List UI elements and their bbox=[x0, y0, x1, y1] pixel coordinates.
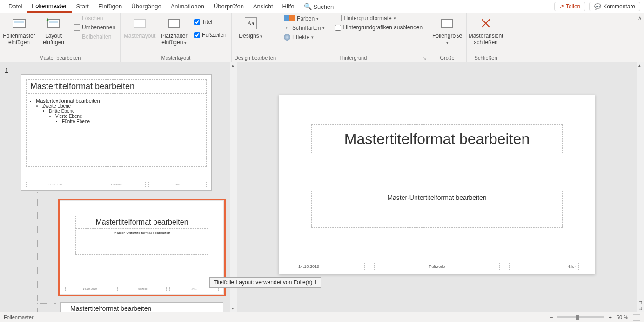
group-design: Aa Designs Design bearbeiten bbox=[232, 13, 279, 62]
layout-thumbnail-2[interactable]: Mastertitelformat bearbeiten bbox=[60, 302, 223, 312]
insert-placeholder-button[interactable]: Platzhalter einfügen bbox=[158, 14, 190, 48]
group-label-hintergrund: Hintergrund bbox=[282, 54, 425, 62]
designs-button[interactable]: Aa Designs bbox=[235, 14, 267, 41]
connector-line-h bbox=[37, 303, 56, 304]
tab-start[interactable]: Start bbox=[72, 1, 94, 12]
group-masterlayout: Masterlayout Platzhalter einfügen Titel … bbox=[121, 13, 232, 62]
masterlayout-label: Masterlayout bbox=[124, 33, 156, 39]
editor-scrollbar[interactable]: ⇈ ⇊ bbox=[637, 62, 644, 312]
hide-bg-graphics-input[interactable] bbox=[335, 25, 341, 31]
tab-datei[interactable]: Datei bbox=[4, 1, 27, 12]
background-styles-button[interactable]: Hintergrundformate bbox=[333, 14, 424, 22]
tab-uebergaenge[interactable]: Übergänge bbox=[127, 1, 166, 12]
title-checkbox-input[interactable] bbox=[194, 19, 200, 25]
slide-number-placeholder[interactable]: ‹Nr.› bbox=[509, 263, 579, 270]
prev-slide-icon[interactable]: ⇈ bbox=[639, 301, 643, 305]
level5: Fünfte Ebene bbox=[62, 119, 202, 124]
delete-label: Löschen bbox=[82, 15, 103, 21]
designs-icon: Aa bbox=[243, 16, 258, 31]
insert-slide-master-label: Folienmaster einfügen bbox=[3, 33, 35, 46]
tab-folienmaster[interactable]: Folienmaster bbox=[27, 0, 71, 13]
fit-to-window-button[interactable] bbox=[633, 314, 640, 321]
group-groesse: Foliengröße Größe bbox=[428, 13, 467, 62]
zoom-slider[interactable] bbox=[557, 316, 604, 318]
layout-thumbnail-1[interactable]: Mastertitelformat bearbeiten Master-Unte… bbox=[60, 201, 223, 294]
tab-einfuegen[interactable]: Einfügen bbox=[94, 1, 127, 12]
slide-size-button[interactable]: Foliengröße bbox=[431, 14, 463, 48]
comment-icon: 💬 bbox=[594, 3, 601, 10]
close-master-view-button[interactable]: Masteransicht schließen bbox=[470, 14, 502, 48]
preserve-button: Beibehalten bbox=[72, 33, 117, 41]
slide-footer-placeholder[interactable]: Fußzeile bbox=[374, 263, 500, 270]
slide-master-icon bbox=[12, 16, 27, 31]
zoom-out-button[interactable]: − bbox=[550, 315, 553, 320]
tab-bar: Datei Folienmaster Start Einfügen Übergä… bbox=[0, 0, 644, 13]
workspace: 1 Mastertitelformat bearbeiten Mastertex… bbox=[0, 62, 644, 312]
share-button[interactable]: ↗Teilen bbox=[554, 2, 585, 11]
group-master-bearbeiten: Folienmaster einfügen Layout einfügen Lö… bbox=[0, 13, 121, 62]
insert-layout-button[interactable]: Layout einfügen bbox=[37, 14, 70, 48]
insert-placeholder-label: Platzhalter einfügen bbox=[159, 33, 189, 46]
slide-title-placeholder[interactable]: Mastertitelformat bearbeiten bbox=[311, 124, 563, 153]
comments-label: Kommentare bbox=[603, 3, 635, 10]
slide-subtitle-placeholder[interactable]: Master-Untertitelformat bearbeiten bbox=[311, 191, 563, 228]
status-bar: Folienmaster − + 50 % bbox=[0, 312, 644, 322]
effects-button[interactable]: Effekte bbox=[282, 33, 327, 41]
layout2-title: Mastertitelformat bearbeiten bbox=[70, 305, 151, 312]
group-label-design: Design bearbeiten bbox=[235, 54, 276, 62]
effects-icon bbox=[284, 34, 290, 41]
tab-ueberpruefen[interactable]: Überprüfen bbox=[209, 1, 248, 12]
hide-bg-graphics-label: Hintergrundgrafiken ausblenden bbox=[343, 24, 423, 31]
thumb-scrollbar[interactable] bbox=[230, 62, 237, 312]
fonts-button[interactable]: ASchriftarten bbox=[282, 24, 327, 32]
footers-checkbox-input[interactable] bbox=[194, 32, 200, 38]
delete-icon bbox=[74, 15, 80, 21]
view-slideshow-button[interactable] bbox=[537, 314, 545, 321]
footers-checkbox[interactable]: Fußzeilen bbox=[192, 31, 228, 39]
master-number: 1 bbox=[5, 67, 14, 74]
level4: Vierte Ebene bbox=[55, 114, 202, 119]
search-box[interactable]: 🔍 Suchen bbox=[299, 1, 339, 12]
master-thumbnail[interactable]: Mastertitelformat bearbeiten Mastertextf… bbox=[21, 74, 212, 191]
close-icon bbox=[478, 16, 493, 31]
master-thumb-footer: Fußzeile bbox=[87, 182, 145, 187]
slide-size-icon bbox=[440, 16, 455, 31]
zoom-in-button[interactable]: + bbox=[609, 315, 611, 320]
group-hintergrund: Farben ASchriftarten Effekte Hintergrund… bbox=[279, 13, 428, 62]
rename-icon bbox=[74, 24, 80, 31]
title-checkbox-label: Titel bbox=[202, 19, 212, 25]
fonts-label: Schriftarten bbox=[292, 25, 321, 31]
tab-hilfe[interactable]: Hilfe bbox=[278, 1, 299, 12]
zoom-level[interactable]: 50 % bbox=[617, 315, 628, 320]
hide-bg-graphics-checkbox[interactable]: Hintergrundgrafiken ausblenden bbox=[333, 23, 424, 32]
share-icon: ↗ bbox=[559, 3, 564, 10]
view-normal-button[interactable] bbox=[498, 314, 506, 321]
title-checkbox[interactable]: Titel bbox=[192, 18, 228, 26]
ribbon: Folienmaster einfügen Layout einfügen Lö… bbox=[0, 13, 644, 62]
master-thumb-title: Mastertitelformat bearbeiten bbox=[26, 79, 207, 94]
slide-canvas[interactable]: Mastertitelformat bearbeiten Master-Unte… bbox=[279, 95, 595, 274]
comments-button[interactable]: 💬Kommentare bbox=[589, 2, 640, 11]
insert-slide-master-button[interactable]: Folienmaster einfügen bbox=[3, 14, 35, 48]
tab-ansicht[interactable]: Ansicht bbox=[248, 1, 278, 12]
delete-button: Löschen bbox=[72, 14, 117, 22]
next-slide-icon[interactable]: ⇊ bbox=[639, 306, 643, 311]
colors-icon bbox=[284, 15, 295, 22]
slide-date-placeholder[interactable]: 14.10.2019 bbox=[295, 263, 365, 270]
group-label-schliessen: Schließen bbox=[470, 54, 502, 62]
preserve-icon bbox=[74, 34, 80, 40]
tab-animationen[interactable]: Animationen bbox=[166, 1, 209, 12]
collapse-ribbon-button[interactable]: ∧ bbox=[636, 13, 644, 62]
view-reading-button[interactable] bbox=[524, 314, 532, 321]
share-label: Teilen bbox=[566, 3, 580, 10]
view-sorter-button[interactable] bbox=[511, 314, 519, 321]
rename-button[interactable]: Umbenennen bbox=[72, 23, 117, 32]
placeholder-icon bbox=[167, 16, 181, 31]
insert-layout-label: Layout einfügen bbox=[38, 33, 69, 46]
colors-button[interactable]: Farben bbox=[282, 14, 327, 23]
slide-size-label: Foliengröße bbox=[432, 33, 463, 46]
preserve-label: Beibehalten bbox=[82, 34, 111, 40]
thumbnail-pane: 1 Mastertitelformat bearbeiten Mastertex… bbox=[0, 62, 237, 312]
layout1-subtitle: Master-Untertitelformat bearbeiten bbox=[76, 229, 208, 254]
level2: Zweite Ebene bbox=[42, 103, 202, 109]
